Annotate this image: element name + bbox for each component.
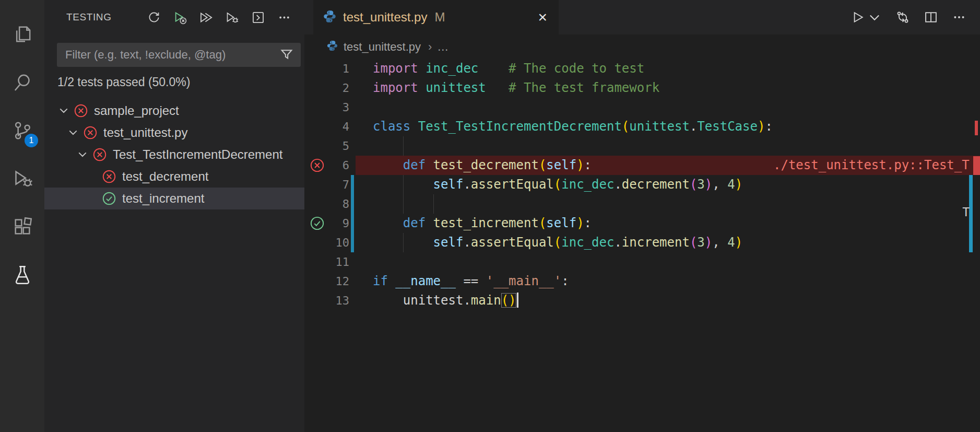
gutter-bar bbox=[349, 78, 356, 98]
code-line: 6 def test_decrement(self):./test_unitte… bbox=[304, 156, 980, 175]
rerun-failed-tests-button[interactable] bbox=[169, 6, 191, 28]
code-token: , bbox=[712, 235, 727, 250]
gutter bbox=[304, 59, 329, 78]
run-test-gutter-icon[interactable] bbox=[304, 214, 329, 233]
search-icon bbox=[12, 72, 33, 95]
code-line-content[interactable]: def test_increment(self): bbox=[356, 214, 980, 233]
test-tree-item[interactable]: test_unittest.py bbox=[44, 122, 304, 144]
code-line-content[interactable] bbox=[356, 252, 980, 272]
code-line-content[interactable] bbox=[356, 194, 980, 214]
files-icon bbox=[12, 24, 33, 47]
gutter bbox=[304, 252, 329, 272]
code-line: 2import unittest # The test framework bbox=[304, 78, 980, 98]
breadcrumb-separator: › bbox=[428, 40, 432, 54]
code-token bbox=[426, 216, 433, 230]
line-number: 3 bbox=[329, 101, 349, 114]
chevron-spacer bbox=[84, 169, 100, 184]
test-filter-input[interactable] bbox=[57, 48, 266, 62]
code-token: decrement bbox=[622, 177, 690, 192]
debug-tests-button[interactable] bbox=[221, 6, 243, 28]
run-python-file-button[interactable] bbox=[851, 10, 882, 25]
gutter bbox=[304, 291, 329, 310]
gutter-bar bbox=[349, 59, 356, 78]
more-actions-icon[interactable] bbox=[273, 6, 295, 28]
test-tree-item[interactable]: Test_TestIncrementDecrement bbox=[44, 144, 304, 166]
activity-item-source-control[interactable]: 1 bbox=[0, 108, 44, 156]
overview-ruler-error-mark bbox=[975, 121, 978, 135]
code-token: 3 bbox=[697, 235, 704, 250]
testing-header: TESTING bbox=[44, 0, 304, 34]
activity-item-search[interactable] bbox=[0, 60, 44, 108]
code-token: ( bbox=[539, 216, 546, 230]
code-line: 8 bbox=[304, 194, 980, 214]
chevron-down-icon[interactable] bbox=[56, 103, 72, 119]
code-line-content[interactable] bbox=[356, 136, 980, 156]
code-line-content[interactable] bbox=[356, 98, 980, 117]
line-number: 2 bbox=[329, 81, 349, 95]
activity-item-extensions[interactable] bbox=[0, 204, 44, 252]
code-token: assertEqual bbox=[471, 177, 554, 192]
testing-sidebar: TESTING bbox=[44, 0, 304, 432]
code-token: '__main__' bbox=[486, 274, 562, 288]
code-editor[interactable]: 1import inc_dec # The code to test2impor… bbox=[304, 59, 980, 432]
activity-item-run-debug[interactable] bbox=[0, 156, 44, 204]
show-test-output-button[interactable] bbox=[247, 6, 269, 28]
line-number: 13 bbox=[329, 294, 349, 307]
test-tree-item[interactable]: test_increment bbox=[44, 188, 304, 209]
code-token: ( bbox=[539, 158, 546, 172]
overview-ruler-error-mark bbox=[973, 156, 980, 175]
line-number: 12 bbox=[329, 275, 349, 288]
python-file-icon bbox=[326, 40, 338, 54]
tab-test-unittest[interactable]: test_unittest.py M × bbox=[313, 0, 559, 34]
code-token: ( bbox=[554, 235, 561, 250]
refresh-tests-button[interactable] bbox=[143, 6, 164, 28]
code-line-content[interactable]: unittest.main() bbox=[356, 291, 980, 310]
code-line-content[interactable]: if __name__ == '__main__': bbox=[356, 272, 980, 291]
code-line-content[interactable]: import unittest # The test framework bbox=[356, 78, 980, 98]
text-cursor bbox=[517, 293, 518, 308]
code-token: 4 bbox=[727, 177, 735, 192]
line-number: 9 bbox=[329, 217, 349, 230]
git-modified-bar bbox=[349, 214, 356, 233]
code-line: 13 unittest.main() bbox=[304, 291, 980, 310]
gutter-bar bbox=[349, 272, 356, 291]
split-editor-icon[interactable] bbox=[924, 10, 938, 25]
run-test-gutter-icon[interactable] bbox=[304, 156, 329, 175]
test-passed-icon bbox=[101, 190, 117, 207]
indent-guide bbox=[403, 136, 404, 156]
chevron-down-icon[interactable] bbox=[65, 125, 81, 141]
activity-item-testing[interactable] bbox=[0, 252, 44, 300]
code-token: . bbox=[463, 235, 470, 250]
chevron-down-icon[interactable] bbox=[75, 147, 90, 162]
testing-toolbar bbox=[143, 6, 295, 28]
code-token: self bbox=[546, 216, 576, 230]
code-token: increment bbox=[622, 235, 690, 250]
filter-funnel-icon[interactable] bbox=[279, 47, 294, 65]
test-tree-item[interactable]: test_decrement bbox=[44, 166, 304, 188]
code-line-content[interactable]: def test_decrement(self):./test_unittest… bbox=[356, 156, 980, 175]
line-number: 4 bbox=[329, 120, 349, 133]
test-tree: sample_projecttest_unittest.pyTest_TestI… bbox=[44, 100, 304, 209]
code-line-content[interactable]: import inc_dec # The code to test bbox=[356, 59, 980, 78]
sidebar-title: TESTING bbox=[66, 11, 112, 23]
breadcrumb-ellipsis[interactable]: … bbox=[437, 40, 450, 54]
run-all-tests-button[interactable] bbox=[195, 6, 217, 28]
line-number: 7 bbox=[329, 178, 349, 191]
code-line-content[interactable]: self.assertEqual(inc_dec.increment(3), 4… bbox=[356, 233, 980, 252]
activity-item-explorer[interactable] bbox=[0, 11, 44, 60]
code-line-content[interactable]: self.assertEqual(inc_dec.decrement(3), 4… bbox=[356, 175, 980, 194]
breadcrumb[interactable]: test_unittest.py › … bbox=[304, 34, 980, 59]
more-actions-icon[interactable] bbox=[952, 10, 966, 25]
code-token: def bbox=[403, 158, 426, 172]
open-changes-icon[interactable] bbox=[895, 10, 910, 25]
code-line-content[interactable]: class Test_TestIncrementDecrement(unitte… bbox=[356, 117, 980, 136]
breadcrumb-file[interactable]: test_unittest.py bbox=[344, 40, 421, 54]
code-token: test_decrement bbox=[433, 158, 539, 172]
code-token bbox=[418, 61, 426, 76]
overview-ruler-modified-mark[interactable] bbox=[969, 175, 973, 252]
code-token: inc_dec bbox=[561, 177, 614, 192]
close-icon[interactable]: × bbox=[536, 9, 549, 25]
gutter-bar bbox=[349, 136, 356, 156]
test-tree-item[interactable]: sample_project bbox=[44, 100, 304, 122]
code-token: : bbox=[584, 216, 592, 230]
